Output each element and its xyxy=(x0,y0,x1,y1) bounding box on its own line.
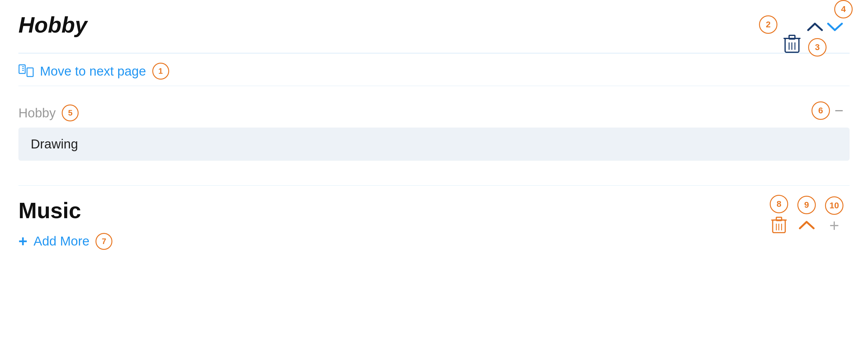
music-move-up-icon[interactable] xyxy=(798,217,815,235)
hobby-section-header: Hobby 2 4 xyxy=(19,12,849,53)
middle-area: 6 − Hobby 5 Drawing xyxy=(19,86,849,173)
add-more-row: + Add More 7 xyxy=(19,232,849,250)
badge-10: 10 xyxy=(825,196,843,215)
music-add-icon[interactable]: + xyxy=(829,217,839,234)
badge-1: 1 xyxy=(152,63,169,80)
section-divider xyxy=(19,185,849,186)
music-delete-icon[interactable] xyxy=(771,216,787,235)
badge-5: 5 xyxy=(62,105,79,121)
svg-rect-6 xyxy=(19,65,25,74)
music-controls: 8 9 10 + xyxy=(770,195,843,235)
delete-icon[interactable] xyxy=(783,34,801,55)
badge-3: 3 xyxy=(808,38,827,57)
svg-rect-13 xyxy=(776,217,781,221)
field-input[interactable]: Drawing xyxy=(19,128,849,161)
badge-4: 4 xyxy=(834,0,852,19)
minus-control: 6 − xyxy=(811,102,843,120)
svg-rect-7 xyxy=(27,68,33,77)
music-section: Music 8 9 xyxy=(19,192,849,250)
page-icon xyxy=(19,64,34,78)
field-section: Hobby 5 Drawing xyxy=(19,105,849,161)
music-title: Music xyxy=(19,198,849,223)
add-more-plus-icon[interactable]: + xyxy=(19,232,27,250)
field-label: Hobby xyxy=(19,106,56,120)
collapse-icon[interactable]: − xyxy=(835,103,843,118)
hobby-header-controls: 2 4 xyxy=(759,16,843,36)
move-next-page-row: Move to next page 1 xyxy=(19,53,849,86)
badge-6: 6 xyxy=(811,102,830,120)
field-label-row: Hobby 5 xyxy=(19,105,849,121)
badge-8: 8 xyxy=(770,195,788,213)
move-up-icon[interactable] xyxy=(807,19,824,36)
hobby-title: Hobby xyxy=(19,12,849,37)
badge-7: 7 xyxy=(95,233,113,250)
badge-2: 2 xyxy=(759,16,777,34)
move-down-icon[interactable] xyxy=(827,19,843,36)
add-more-label[interactable]: Add More xyxy=(33,234,89,249)
svg-rect-2 xyxy=(789,35,795,39)
move-next-page-label[interactable]: Move to next page xyxy=(40,64,146,79)
badge-9: 9 xyxy=(797,196,816,214)
